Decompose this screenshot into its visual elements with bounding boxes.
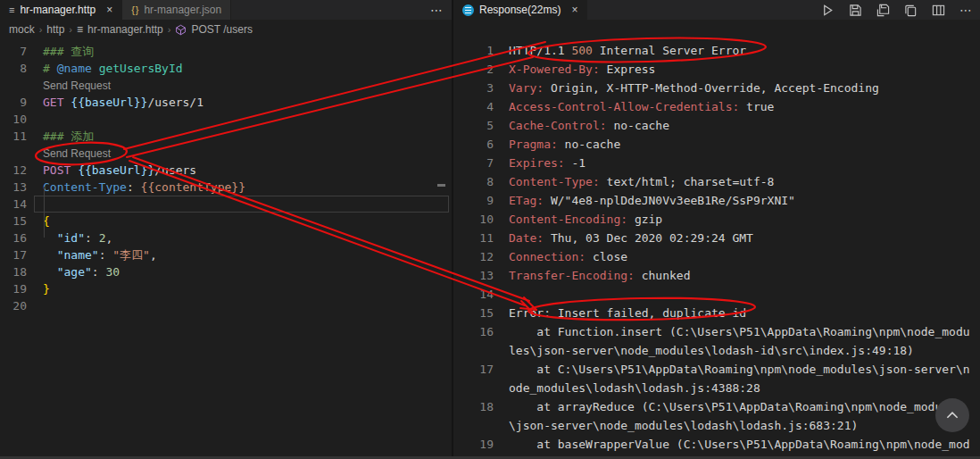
line-number: 7 xyxy=(0,43,27,60)
line-number: 14 xyxy=(0,196,27,213)
code-token: "name" xyxy=(57,248,99,262)
code-token: Internal Server Error xyxy=(593,44,746,57)
line-number: 9 xyxy=(453,191,494,210)
code-line: 13Transfer-Encoding: chunked xyxy=(453,266,980,285)
code-token: 30 xyxy=(105,265,120,279)
code-token: no-cache xyxy=(607,119,669,132)
code-token xyxy=(43,231,57,245)
save-response-icon[interactable] xyxy=(848,3,862,17)
code-token: : xyxy=(92,265,106,279)
code-token: , xyxy=(150,248,157,262)
line-number: 8 xyxy=(0,60,27,77)
code-token: HTTP/1.1 xyxy=(509,44,571,57)
line-number: 17 xyxy=(0,246,27,263)
code-token: {{baseUrl}} xyxy=(71,96,147,109)
code-line: 8# @name getUsersById xyxy=(0,60,452,77)
line-number: 19 xyxy=(0,280,27,297)
code-token: at Function.insert (C:\Users\P51\AppData… xyxy=(509,325,970,338)
send-request-codelens[interactable]: Send Request xyxy=(43,79,111,92)
breadcrumb-item-symbol[interactable]: POST /users xyxy=(191,23,252,36)
more-actions-icon[interactable]: ⋯ xyxy=(421,1,452,19)
tab-label: hr-manager.json xyxy=(144,4,221,16)
save-response-body-icon[interactable] xyxy=(876,3,890,17)
code-token: @name xyxy=(57,62,99,75)
code-token: "id" xyxy=(57,231,85,245)
code-token: Content-Encoding: xyxy=(509,213,627,226)
copy-response-icon[interactable] xyxy=(903,3,918,17)
breadcrumb-item-mock[interactable]: mock xyxy=(9,23,35,36)
code-token: {{baseUrl}} xyxy=(78,163,154,177)
codelens-row: Send Request xyxy=(0,145,452,162)
vscode-window: ≡ hr-manager.http × { } hr-manager.json … xyxy=(0,0,980,459)
split-editor-icon[interactable] xyxy=(931,3,945,17)
breadcrumb-item-http[interactable]: http xyxy=(46,23,64,36)
code-token: Express xyxy=(600,63,656,76)
code-token: Content-Type xyxy=(43,180,127,194)
chevron-right-icon: › xyxy=(39,24,43,35)
line-number: 7 xyxy=(453,154,494,172)
code-line: 12POST {{baseUrl}}/users xyxy=(0,162,452,179)
scroll-to-top-button[interactable] xyxy=(935,398,969,432)
code-line: 14 xyxy=(0,196,452,213)
close-icon[interactable]: × xyxy=(571,4,577,16)
code-token: X-Powered-By: xyxy=(509,63,600,76)
send-request-icon[interactable] xyxy=(820,3,835,17)
code-line: ode_modules\lodash\lodash.js:4388:28 xyxy=(453,379,980,397)
code-token: Thu, 03 Dec 2020 02:29:24 GMT xyxy=(544,231,753,245)
code-line: 17 "name": "李四", xyxy=(0,246,452,263)
code-token: "age" xyxy=(57,265,92,279)
code-token: Vary: xyxy=(509,81,544,95)
chevron-right-icon: › xyxy=(69,24,72,35)
response-icon xyxy=(462,4,474,16)
code-line: 5Cache-Control: no-cache xyxy=(453,116,980,135)
code-token: ode_modules\lodash\lodash.js:4388:28 xyxy=(509,381,760,395)
http-file-icon: ≡ xyxy=(9,5,14,15)
code-token: W/"4e8-nplDdeJN0Vv3eeB1Re/SsP9rXNI" xyxy=(544,194,795,207)
method-cube-icon xyxy=(175,24,187,36)
code-token: ### 添加 xyxy=(43,129,94,143)
line-number: 19 xyxy=(453,435,494,454)
code-token: POST xyxy=(43,163,78,177)
code-token: /users xyxy=(154,163,196,177)
code-token: : xyxy=(99,248,113,262)
line-number: 16 xyxy=(453,322,494,341)
line-number: 8 xyxy=(453,172,494,191)
code-token: -1 xyxy=(565,156,586,170)
code-token: no-cache xyxy=(558,138,620,151)
code-token: ETag: xyxy=(509,194,544,207)
code-token: Origin, X-HTTP-Method-Override, Accept-E… xyxy=(544,81,879,95)
code-line: 10 xyxy=(0,111,452,128)
line-number: 10 xyxy=(0,111,27,128)
code-token: Access-Control-Allow-Credentials: xyxy=(509,100,739,113)
breadcrumb-item-file[interactable]: hr-manager.http xyxy=(87,23,163,36)
tab-response[interactable]: Response(22ms) × xyxy=(453,0,587,20)
chevron-right-icon: › xyxy=(168,24,171,35)
code-line: 7Expires: -1 xyxy=(453,154,980,172)
code-line: 10Content-Encoding: gzip xyxy=(453,210,980,229)
send-request-codelens[interactable]: Send Request xyxy=(43,147,111,160)
more-actions-icon[interactable]: ⋯ xyxy=(959,3,973,17)
line-number: 2 xyxy=(453,60,494,79)
code-line: 19} xyxy=(0,280,452,297)
tab-hr-manager-json[interactable]: { } hr-manager.json xyxy=(122,0,231,20)
code-token: Connection: xyxy=(509,250,586,263)
code-token: ### 查询 xyxy=(43,45,94,58)
tab-hr-manager-http[interactable]: ≡ hr-manager.http × xyxy=(0,0,122,20)
code-token: Error: Insert failed, duplicate id xyxy=(509,306,746,320)
code-token: \json-server\node_modules\lodash\lodash.… xyxy=(509,419,858,432)
code-line: 1HTTP/1.1 500 Internal Server Error xyxy=(453,41,980,60)
right-tab-bar: Response(22ms) × xyxy=(453,0,980,20)
code-line: 11Date: Thu, 03 Dec 2020 02:29:24 GMT xyxy=(453,229,980,247)
code-token xyxy=(43,248,57,262)
tab-label: Response(22ms) xyxy=(479,4,561,16)
tab-label: hr-manager.http xyxy=(20,4,96,16)
line-number: 5 xyxy=(453,116,494,135)
code-line: 20 xyxy=(0,297,452,314)
code-line: 11### 添加 xyxy=(0,128,452,145)
code-token: Date: xyxy=(509,231,544,245)
http-request-editor: 7### 查询8# @name getUsersByIdSend Request… xyxy=(0,43,452,314)
code-token: : xyxy=(127,180,141,194)
code-token: chunked xyxy=(635,269,691,282)
overview-ruler-mark xyxy=(437,184,445,187)
close-icon[interactable]: × xyxy=(106,4,112,16)
